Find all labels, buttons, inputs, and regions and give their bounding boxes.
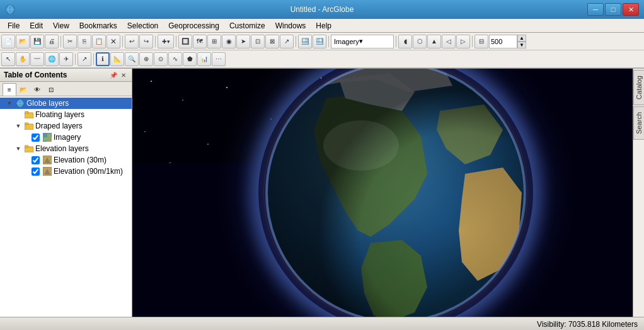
toc-title: Table of Contents [4,71,67,79]
save-button[interactable]: 💾 [30,35,44,48]
fly-tool[interactable]: ✈ [59,52,73,66]
zoom-tool[interactable]: 〰 [30,52,44,66]
navigate-button[interactable]: 🔙 [298,35,312,48]
delete-button[interactable]: ✕ [106,35,120,48]
sep8 [472,36,473,47]
undo-button[interactable]: ↩ [125,35,139,48]
graph-tool[interactable]: 📊 [197,52,211,66]
new-button[interactable]: 📄 [1,35,15,48]
globe-btn4[interactable]: ◁ [442,35,456,48]
find-button[interactable]: ⊠ [265,35,279,48]
sep2 [122,36,123,47]
arrow-tool[interactable]: ↗ [78,52,91,66]
add-data-button[interactable]: ✚▾ [158,35,174,48]
identify-tool[interactable]: ℹ [96,52,110,66]
elevation-30m-checkbox[interactable] [32,156,40,164]
toc-pin-button[interactable]: 📌 [109,71,118,79]
menu-geoprocessing[interactable]: Geoprocessing [163,20,224,31]
visibility-value: 7035.818 Kilometers [568,320,638,329]
sep5 [296,36,296,47]
toc-close-button[interactable]: ✕ [119,71,128,79]
globe-rotate[interactable]: 🌐 [45,52,59,66]
elevation-layers-item[interactable]: ▼ Elevation layers [0,143,132,154]
catalog-tab[interactable]: Catalog [633,70,645,105]
elevation-90m-icon [42,166,52,176]
zoom-in-button[interactable]: 🔲 [178,35,192,48]
paste-button[interactable]: 📋 [92,35,106,48]
redo-button[interactable]: ↪ [139,35,153,48]
svg-rect-14 [25,145,28,147]
svg-rect-7 [25,111,28,113]
spin-up[interactable]: ▲ [517,35,526,42]
floating-layers-item[interactable]: ▶ Floating layers [0,109,132,120]
globe-layers-item[interactable]: ▼ Globe layers [0,98,132,109]
svg-point-103 [323,120,399,171]
globe-btn2[interactable]: ⬡ [413,35,427,48]
toc-tab-list[interactable]: ≡ [3,83,16,96]
identify-button[interactable]: ⊡ [251,35,265,48]
globe-btn3[interactable]: ▲ [427,35,441,48]
globe-btn5[interactable]: ▷ [456,35,470,48]
visibility-label: Visibility: [537,320,566,329]
hand-tool[interactable]: ✋ [16,52,30,66]
maximize-button[interactable]: □ [605,3,621,16]
menu-file[interactable]: File [3,20,25,31]
zoom-selected-button[interactable]: ◉ [222,35,236,48]
elevation-90m-item[interactable]: ▶ Elevation (90m/1km) [0,166,132,177]
navigate-forward-button[interactable]: 🔜 [313,35,326,48]
spatial-btn[interactable]: ⊕ [139,52,153,66]
svg-point-34 [144,131,146,132]
print-button[interactable]: 🖨 [45,35,59,48]
goto-button[interactable]: ↗ [280,35,294,48]
more-tools[interactable]: ⋯ [212,52,226,66]
draped-layers-item[interactable]: ▼ Draped layers [0,120,132,132]
floating-layers-label: Floating layers [35,110,84,119]
menu-help[interactable]: Help [311,20,336,31]
zoom-layer-button[interactable]: ⊞ [207,35,221,48]
menu-selection[interactable]: Selection [122,20,163,31]
full-extent-button[interactable]: 🗺 [193,35,207,48]
toc-tab-selection[interactable]: ⊡ [44,83,58,96]
table-of-contents: Table of Contents 📌 ✕ ≡ 📂 👁 ⊡ ▼ [0,69,132,317]
menu-windows[interactable]: Windows [270,20,311,31]
svg-rect-9 [25,123,28,125]
menu-edit[interactable]: Edit [25,20,48,31]
imagery-checkbox[interactable] [32,134,40,142]
menu-customize[interactable]: Customize [224,20,270,31]
toolbar-row2: ↖ ✋ 〰 🌐 ✈ ↗ ℹ 📐 🔍 ⊕ ⊙ ∿ ⬟ 📊 ⋯ [0,50,644,68]
zoom-level-btn[interactable]: ⊟ [474,35,488,48]
measure-tool[interactable]: 📐 [110,52,124,66]
imagery-item[interactable]: ▶ Imagery [0,132,132,143]
toc-tab-source[interactable]: 📂 [16,83,30,96]
globe-btn1[interactable]: ◖ [398,35,412,48]
search-tab[interactable]: Search [633,106,645,140]
zoom-input[interactable]: 500 [489,35,517,48]
sep10 [93,54,94,65]
toc-tab-visibility[interactable]: 👁 [30,83,44,96]
menu-view[interactable]: View [48,20,74,31]
toolbar-container: 📄 📂 💾 🖨 ✂ ⎘ 📋 ✕ ↩ ↪ ✚▾ 🔲 🗺 ⊞ ◉ ➤ ⊡ ⊠ ↗ 🔙… [0,33,644,69]
elevation-30m-item[interactable]: ▶ Elevation (30m) [0,154,132,166]
close-button[interactable]: ✕ [623,3,639,16]
cut-button[interactable]: ✂ [63,35,77,48]
add-poly[interactable]: ⬟ [183,52,197,66]
add-point[interactable]: ⊙ [154,52,168,66]
minimize-button[interactable]: ─ [587,3,604,16]
elevation-90m-checkbox[interactable] [32,168,40,176]
copy-button[interactable]: ⎘ [78,35,91,48]
add-line[interactable]: ∿ [168,52,182,66]
imagery-layer-icon [42,132,52,142]
navigate-tool[interactable]: ↖ [1,52,15,66]
pan-button[interactable]: ➤ [236,35,250,48]
spin-down[interactable]: ▼ [517,42,526,48]
svg-point-99 [267,69,525,317]
find-route[interactable]: 🔍 [125,52,139,66]
globe-viewport[interactable] [132,69,633,317]
draped-folder-icon [24,121,34,131]
basemap-dropdown[interactable]: Imagery ▾ [331,35,394,48]
open-button[interactable]: 📂 [16,35,30,48]
svg-rect-12 [47,137,52,142]
basemap-arrow: ▾ [359,37,363,45]
zoom-spinbox: 500 ▲ ▼ [489,35,526,48]
menu-bookmarks[interactable]: Bookmarks [74,20,122,31]
